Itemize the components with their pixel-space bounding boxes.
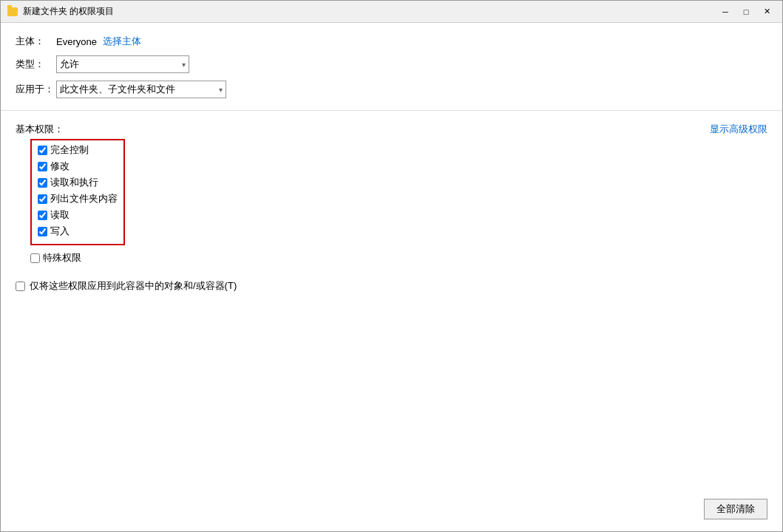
apply-to-row: 应用于： 此文件夹、子文件夹和文件 ▾ [16,81,767,98]
show-advanced-link[interactable]: 显示高级权限 [710,123,767,136]
permissions-area: 完全控制 修改 读取和执行 列出文件夹内容 [30,139,767,265]
special-permission-checkbox[interactable] [30,253,40,263]
apply-to-dropdown-arrow: ▾ [219,86,223,94]
main-content: 主体： Everyone 选择主体 类型： 允许 ▾ 应用于： 此文件夹、子文件… [1,23,782,531]
apply-container-label: 仅将这些权限应用到此容器中的对象和/或容器(T) [30,279,237,293]
title-bar: 新建文件夹 的权限项目 ─ □ ✕ [1,1,782,23]
window: 新建文件夹 的权限项目 ─ □ ✕ 主体： Everyone 选择主体 类型： … [0,0,783,532]
permission-read-execute-row: 读取和执行 [38,176,118,189]
list-checkbox[interactable] [38,194,47,204]
type-dropdown-arrow: ▾ [182,61,186,69]
type-row: 类型： 允许 ▾ [16,55,767,73]
window-title: 新建文件夹 的权限项目 [23,5,114,18]
apply-to-dropdown-value: 此文件夹、子文件夹和文件 [60,83,175,96]
permission-read-row: 读取 [38,208,118,222]
type-label: 类型： [16,58,56,71]
permissions-section: 基本权限： 显示高级权限 完全控制 修改 读取和执行 [1,111,782,531]
title-bar-left: 新建文件夹 的权限项目 [7,5,114,18]
subject-label: 主体： [16,35,56,48]
close-button[interactable]: ✕ [757,4,776,19]
select-subject-link[interactable]: 选择主体 [103,35,141,48]
title-bar-controls: ─ □ ✕ [716,4,776,19]
read-execute-label: 读取和执行 [50,176,98,189]
clear-all-button[interactable]: 全部清除 [704,499,767,519]
permission-modify-row: 修改 [38,160,118,173]
folder-icon [7,6,18,18]
full-control-label: 完全控制 [50,143,89,157]
special-permission-row: 特殊权限 [30,251,767,265]
write-checkbox[interactable] [38,227,47,236]
maximize-button[interactable]: □ [736,4,756,19]
full-control-checkbox[interactable] [38,146,47,155]
modify-label: 修改 [50,160,70,173]
type-dropdown-value: 允许 [60,58,79,71]
subject-value: Everyone [56,36,97,47]
modify-checkbox[interactable] [38,162,47,171]
write-label: 写入 [50,225,70,238]
apply-to-label: 应用于： [16,83,56,96]
special-permission-label: 特殊权限 [43,251,81,265]
apply-to-dropdown[interactable]: 此文件夹、子文件夹和文件 ▾ [56,81,226,98]
top-section: 主体： Everyone 选择主体 类型： 允许 ▾ 应用于： 此文件夹、子文件… [1,23,782,111]
permission-full-control-row: 完全控制 [38,143,118,157]
type-dropdown[interactable]: 允许 ▾ [56,55,189,73]
minimize-button[interactable]: ─ [716,4,735,19]
subject-row: 主体： Everyone 选择主体 [16,35,767,48]
apply-container-checkbox[interactable] [16,282,25,291]
read-checkbox[interactable] [38,211,47,220]
list-label: 列出文件夹内容 [50,192,118,205]
section-title: 基本权限： [16,123,64,134]
permission-list-row: 列出文件夹内容 [38,192,118,205]
permissions-highlight-box: 完全控制 修改 读取和执行 列出文件夹内容 [30,139,125,245]
apply-container-row: 仅将这些权限应用到此容器中的对象和/或容器(T) [16,279,767,293]
read-label: 读取 [50,208,70,222]
read-execute-checkbox[interactable] [38,178,47,188]
permission-write-row: 写入 [38,225,118,238]
